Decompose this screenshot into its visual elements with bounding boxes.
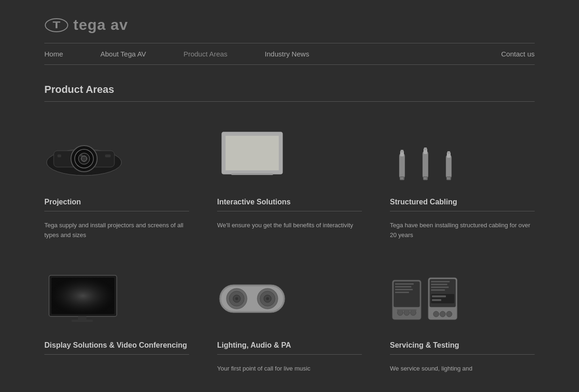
svg-rect-69: [432, 295, 446, 297]
svg-rect-33: [447, 151, 450, 154]
product-item-projection[interactable]: Projection Tega supply and install proje…: [44, 120, 189, 240]
nav-item-home[interactable]: Home: [44, 43, 63, 64]
product-image-servicing: [390, 264, 535, 334]
svg-rect-17: [279, 132, 282, 174]
logo-area: tega av: [44, 9, 535, 43]
svg-rect-57: [395, 292, 409, 293]
product-title-projection: Projection: [44, 198, 189, 211]
svg-rect-67: [431, 289, 445, 291]
product-item-interactive[interactable]: Interactive Solutions We'll ensure you g…: [217, 120, 362, 240]
product-desc-interactive: We'll ensure you get the full benefits o…: [217, 221, 362, 231]
svg-rect-40: [78, 316, 86, 320]
nav-item-industry-news[interactable]: Industry News: [265, 43, 309, 64]
svg-rect-35: [447, 177, 448, 179]
svg-rect-31: [446, 154, 452, 179]
svg-rect-41: [71, 320, 93, 322]
svg-point-8: [81, 156, 87, 161]
product-title-display: Display Solutions & Video Conferencing: [44, 341, 189, 355]
svg-rect-39: [51, 278, 114, 314]
svg-rect-16: [222, 132, 226, 174]
svg-rect-36: [449, 177, 450, 179]
product-desc-servicing: We service sound, lighting and: [390, 364, 535, 374]
svg-rect-18: [231, 173, 273, 175]
logo: tega av: [44, 16, 535, 34]
main-nav: Home About Tega AV Product Areas Industr…: [44, 43, 535, 65]
product-desc-audio: Your first point of call for live music: [217, 364, 362, 374]
svg-rect-19: [399, 153, 405, 179]
nav-item-product-areas[interactable]: Product Areas: [184, 43, 227, 64]
product-image-projection: [44, 120, 189, 190]
product-item-audio[interactable]: Lighting, Audio & PA Your first point of…: [217, 264, 362, 374]
svg-rect-24: [402, 177, 403, 179]
svg-rect-23: [401, 177, 402, 179]
svg-rect-13: [225, 135, 280, 171]
product-item-servicing[interactable]: Servicing & Testing We service sound, li…: [390, 264, 535, 374]
svg-point-47: [235, 297, 238, 300]
svg-point-51: [266, 297, 269, 300]
svg-rect-21: [401, 150, 403, 153]
svg-rect-66: [431, 287, 449, 288]
svg-point-72: [440, 311, 445, 317]
svg-rect-27: [424, 147, 427, 150]
product-image-interactive: [217, 120, 362, 190]
product-image-cabling: [390, 120, 535, 190]
svg-rect-55: [395, 286, 411, 287]
title-divider: [44, 101, 535, 102]
nav-item-contact[interactable]: Contact us: [501, 43, 535, 64]
svg-rect-56: [395, 289, 413, 290]
product-image-audio: [217, 264, 362, 334]
product-item-cabling[interactable]: Structured Cabling Tega have been instal…: [390, 120, 535, 240]
svg-rect-10: [105, 154, 111, 157]
svg-rect-64: [431, 281, 450, 282]
product-item-display[interactable]: Display Solutions & Video Conferencing: [44, 264, 189, 374]
logo-icon: [44, 17, 69, 34]
svg-rect-30: [425, 177, 426, 179]
svg-rect-53: [394, 281, 420, 307]
svg-rect-70: [432, 299, 441, 301]
product-title-audio: Lighting, Audio & PA: [217, 341, 362, 355]
svg-rect-54: [395, 283, 414, 285]
logo-text: tega av: [73, 16, 128, 34]
svg-rect-14: [222, 132, 282, 136]
product-grid: Projection Tega supply and install proje…: [44, 120, 535, 392]
svg-point-9: [80, 154, 83, 157]
svg-point-71: [433, 311, 439, 317]
header: tega av Home About Tega AV Product Areas…: [0, 0, 579, 65]
product-desc-cabling: Tega have been installing structured cab…: [390, 221, 535, 240]
svg-rect-65: [431, 284, 447, 285]
page-title: Product Areas: [44, 84, 535, 96]
svg-rect-25: [423, 151, 428, 179]
svg-rect-1: [53, 21, 60, 23]
product-title-interactive: Interactive Solutions: [217, 198, 362, 211]
svg-rect-29: [424, 177, 425, 179]
product-title-servicing: Servicing & Testing: [390, 341, 535, 355]
svg-rect-2: [56, 22, 57, 28]
svg-rect-11: [57, 154, 61, 157]
svg-point-73: [446, 311, 452, 317]
product-title-cabling: Structured Cabling: [390, 198, 535, 211]
nav-item-about[interactable]: About Tega AV: [100, 43, 146, 64]
svg-rect-61: [397, 309, 417, 311]
product-image-display: [44, 264, 189, 334]
product-desc-projection: Tega supply and install projectors and s…: [44, 221, 189, 240]
main-content: Product Areas: [0, 65, 579, 392]
